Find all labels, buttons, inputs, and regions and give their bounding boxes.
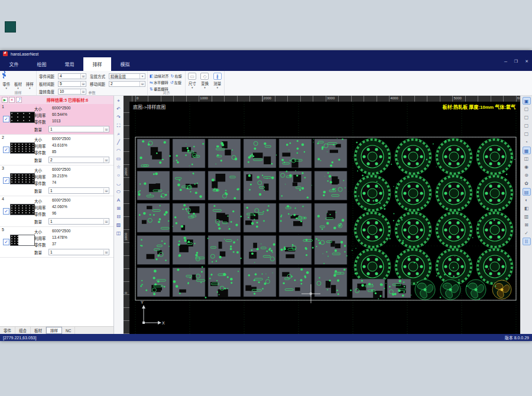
split-view-tool-icon[interactable]: ◫ — [523, 155, 531, 163]
checkbox-checked-icon[interactable]: ✓ — [3, 208, 9, 215]
ellipse-tool-icon[interactable]: ⬭ — [115, 188, 122, 196]
rectangle-tool-icon[interactable]: ▭ — [115, 155, 122, 163]
transform-button[interactable]: ◇ 变换 ▾ — [199, 72, 210, 90]
target-tool-icon[interactable]: ◉ — [523, 163, 531, 171]
sheet-thumbnail[interactable] — [10, 112, 35, 123]
edge-align-button[interactable]: ◧边缘对齐 — [150, 73, 168, 79]
hatch-tool-icon[interactable]: ▨ — [115, 221, 122, 229]
measure-button[interactable]: ∦ 测量 ▾ — [212, 72, 223, 90]
tool-3-tool-icon[interactable]: ▢ — [523, 113, 531, 121]
keypad-icon[interactable]: ⊞ — [140, 82, 145, 86]
sheet-thumbnail[interactable] — [10, 142, 35, 154]
circle-tool-icon[interactable]: ○ — [115, 171, 122, 179]
tab-draw[interactable]: 绘图 — [28, 57, 56, 71]
ribbon-nest-button[interactable]: 排样 ▾ — [24, 72, 35, 90]
quantity-input[interactable] — [49, 188, 103, 193]
tab-common[interactable]: 常用 — [56, 57, 83, 71]
apply-tool-icon[interactable]: ✓ — [523, 229, 531, 237]
merge-tool-icon[interactable]: ⊟ — [115, 213, 122, 220]
remove-tool-icon[interactable]: ⊠ — [523, 221, 531, 229]
tab-nest[interactable]: 排样 — [83, 57, 111, 71]
tool-2-tool-icon[interactable]: ▢ — [523, 105, 531, 113]
dimension-button[interactable]: ▭ 尺寸 ▾ — [187, 72, 197, 90]
nest-canvas[interactable]: XY 底图->排样底图 板材:热轧板 厚度:10mm 气体:氧气 — [129, 102, 520, 334]
keypad-icon[interactable]: ⊞ — [80, 74, 86, 79]
preview-tool-icon[interactable]: ◔ — [523, 138, 531, 146]
star-tool-icon[interactable]: ☆ — [115, 163, 122, 171]
result-delete-icon[interactable]: ✕ — [9, 97, 15, 103]
nest-result-item[interactable]: 2 ✓ 大小6000*2500 利用率43.616% 零件数85 数量 ⊞ — [0, 135, 113, 165]
tab-file[interactable]: 文件 — [0, 57, 28, 71]
quantity-field[interactable]: ⊞ — [48, 187, 109, 194]
result-export-icon[interactable]: ⤴ — [16, 97, 22, 103]
close-button[interactable]: ✕ — [525, 59, 528, 64]
move-gap-input[interactable] — [109, 82, 140, 86]
mirror-tool-icon[interactable]: ◫ — [115, 229, 122, 237]
columns-tool-icon[interactable]: ▥ — [523, 213, 531, 220]
arc-tool-icon[interactable]: ◠ — [115, 147, 122, 154]
fit-sheet-tool-icon[interactable]: ▣ — [523, 97, 531, 105]
spinner-icon[interactable]: ⊞ — [103, 250, 109, 255]
checkbox-checked-icon[interactable]: ✓ — [3, 239, 9, 245]
nest-result-item[interactable]: 1 ✓ 大小6000*2500 利用率60.544% 零件数1013 数量 ⊞ — [0, 104, 113, 135]
spinner-icon[interactable]: ⊞ — [103, 127, 109, 132]
spinner-icon[interactable]: ⊞ — [103, 158, 109, 163]
nest-result-item[interactable]: 4 ✓ 大小6000*2500 利用率42.060% 零件数96 数量 ⊞ — [0, 196, 113, 227]
nest-drawing[interactable]: XY — [129, 102, 520, 334]
nest-result-item[interactable]: 3 ✓ 大小6000*2500 利用率39.215% 零件数74 数量 ⊞ — [0, 165, 113, 196]
quantity-input[interactable] — [49, 157, 103, 163]
line-tool-icon[interactable]: ╱ — [115, 138, 122, 146]
desktop-shortcut[interactable] — [5, 21, 16, 33]
bottom-tab-parts[interactable]: 零件 — [0, 327, 15, 334]
bottom-tab-plates[interactable]: 板材 — [31, 327, 46, 334]
checkbox-checked-icon[interactable]: ✓ — [3, 177, 9, 184]
quantity-field[interactable]: ⊞ — [48, 249, 109, 255]
undo-tool-icon[interactable]: ↶ — [115, 105, 122, 113]
contrast-tool-icon[interactable]: ◐ — [523, 196, 531, 204]
arc-bottom-tool-icon[interactable]: ◡ — [115, 180, 122, 187]
nest-result-item[interactable]: 5 ✓ 大小6000*2500 利用率13.478% 零件数37 数量 ⊞ — [0, 227, 113, 258]
ribbon-plate-button[interactable]: 板材 ▾ — [13, 72, 24, 90]
sheet-thumbnail[interactable] — [10, 173, 35, 184]
result-run-icon[interactable]: ▶ — [2, 97, 8, 103]
ribbon-part-button[interactable]: 零件 ▾ — [1, 72, 12, 90]
keypad-icon[interactable]: ⊞ — [80, 82, 86, 86]
spinner-icon[interactable]: ⊞ — [103, 219, 109, 224]
maximize-button[interactable]: ❐ — [514, 59, 518, 64]
flip-horizontal-button[interactable]: ⇋水平翻转 — [150, 80, 168, 85]
sheet-thumbnail[interactable] — [10, 204, 35, 215]
spinner-icon[interactable]: ⊞ — [103, 189, 109, 193]
part-gap-field[interactable]: ⊞ — [58, 73, 86, 79]
text-tool-icon[interactable]: A — [115, 196, 122, 204]
zoom-window-tool-icon[interactable]: ⌕ — [115, 130, 122, 138]
zoom-fit-tool-icon[interactable]: ⛶ — [115, 122, 122, 129]
approach-mode-select[interactable]: 精确靠拢 ▾ — [109, 73, 145, 79]
tool-4-tool-icon[interactable]: ▢ — [523, 122, 531, 129]
rotate-left-button[interactable]: ↺左旋 — [170, 80, 181, 85]
tab-simulate[interactable]: 模拟 — [111, 57, 139, 71]
quantity-field[interactable]: ⊞ — [48, 218, 109, 225]
params-tool-icon[interactable]: ✿ — [523, 180, 531, 187]
more-tool-icon[interactable]: ⠿ — [523, 238, 531, 245]
redo-tool-icon[interactable]: ↷ — [115, 113, 122, 121]
chevron-down-icon[interactable]: ▾ — [140, 74, 145, 79]
bottom-tab-groups[interactable]: 组合 — [15, 327, 31, 334]
panel-left-tool-icon[interactable]: ◧ — [523, 205, 531, 212]
minimize-button[interactable]: ─ — [504, 60, 507, 64]
plate-gap-field[interactable]: ⊞ — [58, 81, 86, 87]
array-tool-icon[interactable]: ⊞ — [115, 205, 122, 212]
checkbox-checked-icon[interactable]: ✓ — [3, 116, 9, 122]
quantity-input[interactable] — [49, 249, 103, 255]
quantity-input[interactable] — [49, 126, 103, 132]
plate-gap-input[interactable] — [59, 82, 80, 86]
tool-5-tool-icon[interactable]: ▢ — [523, 130, 531, 138]
select-tool-icon[interactable]: ⌖ — [115, 97, 122, 105]
bottom-tab-nc[interactable]: NC — [62, 327, 75, 334]
quantity-input[interactable] — [49, 219, 103, 224]
move-gap-field[interactable]: ⊞ — [109, 81, 145, 87]
quantity-field[interactable]: ⊞ — [48, 126, 109, 132]
bottom-tab-nest[interactable]: 排样 — [46, 327, 62, 334]
part-gap-input[interactable] — [59, 74, 80, 79]
settings-tool-icon[interactable]: ⊛ — [523, 171, 531, 179]
sheet-thumbnail[interactable] — [10, 235, 35, 246]
